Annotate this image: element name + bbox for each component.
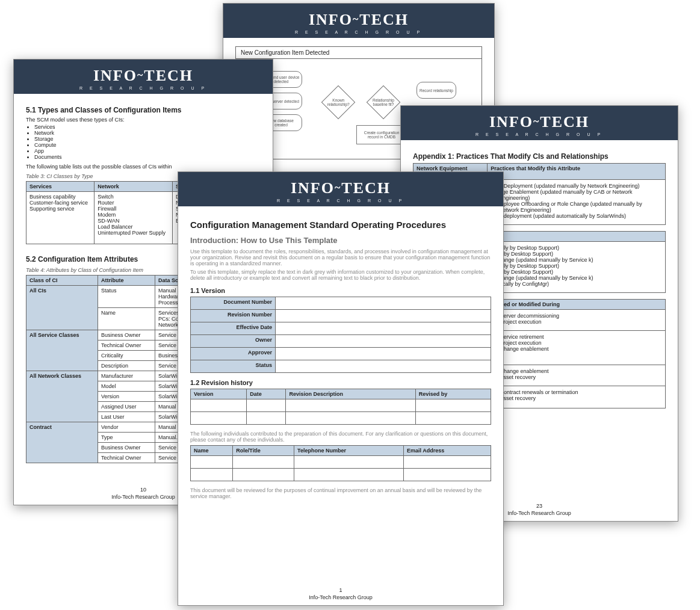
- list-item: Services: [34, 124, 261, 130]
- intro-heading: Introduction: How to Use This Template: [190, 236, 491, 245]
- heading-1-2: 1.2 Revision history: [190, 379, 491, 386]
- flow-decision: Relationship baseline fit?: [367, 85, 401, 120]
- footer: 1 Info-Tech Research Group: [178, 587, 503, 600]
- heading-5-1: 5.1 Types and Classes of Configuration I…: [26, 106, 261, 114]
- doc-title: Configuration Management Standard Operat…: [190, 220, 491, 230]
- footer-org: Info-Tech Research Group: [111, 494, 175, 500]
- header: INFO~TECH R E S E A R C H G R O U P: [14, 60, 273, 94]
- ci-types-list: ServicesNetworkStorageComputeAppDocument…: [34, 124, 261, 160]
- flow-node: Record relationship: [417, 82, 456, 99]
- intro-p2: To use this template, simply replace the…: [190, 269, 491, 281]
- page-front-sop: INFO~TECH R E S E A R C H G R O U P Conf…: [178, 171, 504, 606]
- footer-org: Info-Tech Research Group: [309, 594, 373, 600]
- list-item: Compute: [34, 142, 261, 148]
- list-item: Network: [34, 130, 261, 136]
- footer-org: Info-Tech Research Group: [507, 510, 571, 516]
- table-revision-history: VersionDateRevision DescriptionRevised b…: [190, 389, 491, 425]
- heading-1-1: 1.1 Version: [190, 287, 491, 294]
- intro-text: The SCM model uses these types of CIs:: [26, 117, 261, 123]
- list-item: App: [34, 148, 261, 154]
- flow-node: Create configuration record in CMDB: [356, 125, 407, 144]
- intro-p1: Use this template to document the roles,…: [190, 248, 491, 266]
- page-number: 1: [178, 587, 503, 593]
- flow-title: New Configuration Item Detected: [235, 46, 482, 59]
- heading-appendix: Appendix 1: Practices That Modify CIs an…: [413, 152, 666, 161]
- intro2: The following table lists out the possib…: [26, 164, 261, 170]
- table-contributors: NameRole/TitleTelephone NumberEmail Addr…: [190, 445, 491, 481]
- header: INFO~TECH R E S E A R C H G R O U P: [178, 172, 503, 206]
- document-collage: INFO~TECH R E S E A R C H G R O U P New …: [0, 0, 700, 610]
- table-version: Document NumberRevision NumberEffective …: [190, 297, 491, 373]
- header: INFO~TECH R E S E A R C H G R O U P: [223, 4, 494, 38]
- contrib-p: The following individuals contributed to…: [190, 431, 491, 443]
- header: INFO~TECH R E S E A R C H G R O U P: [401, 106, 678, 140]
- review-p: This document will be reviewed for the p…: [190, 487, 491, 499]
- flow-decision: Known relationship?: [321, 85, 356, 120]
- list-item: Documents: [34, 154, 261, 160]
- list-item: Storage: [34, 136, 261, 142]
